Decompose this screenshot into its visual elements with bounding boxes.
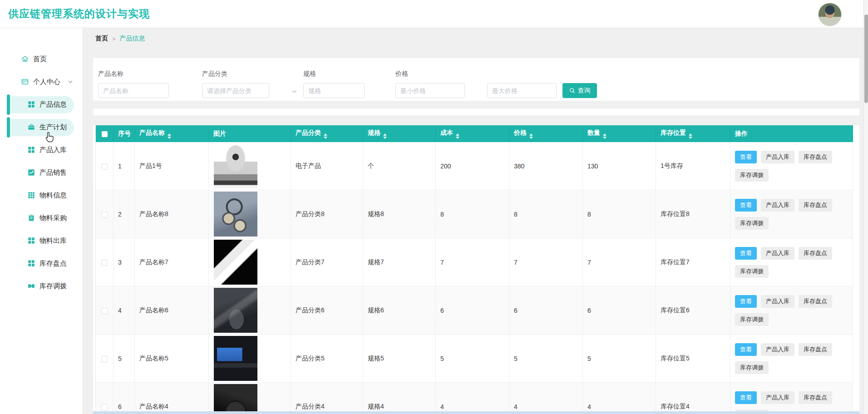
user-avatar[interactable] [818, 3, 842, 26]
row-checkbox[interactable] [101, 260, 108, 266]
sidebar-item-product-inbound[interactable]: 产品入库 [0, 141, 83, 159]
sidebar-item-home[interactable]: 首页 [0, 50, 83, 68]
product-inbound-button[interactable]: 产品入库 [761, 151, 794, 163]
product-inbound-button[interactable]: 产品入库 [761, 343, 794, 356]
inventory-check-button[interactable]: 库存盘点 [799, 247, 832, 260]
row-checkbox[interactable] [101, 163, 108, 170]
view-button[interactable]: 查看 [735, 391, 757, 404]
cell-cost: 4 [436, 383, 509, 414]
vertical-scrollbar-thumb[interactable] [864, 15, 868, 103]
cell-no: 2 [113, 190, 135, 238]
grid9-icon [27, 191, 35, 199]
product-inbound-button[interactable]: 产品入库 [761, 199, 794, 212]
sidebar-item-label: 产品入库 [39, 146, 67, 154]
row-checkbox[interactable] [101, 308, 108, 314]
sort-icons[interactable] [529, 133, 533, 139]
sort-icons[interactable] [603, 133, 607, 139]
sidebar-item-label: 产品销售 [39, 168, 67, 177]
product-image[interactable] [214, 336, 257, 381]
sort-icons[interactable] [689, 133, 692, 139]
sidebar-item-material-outbound[interactable]: 物料出库 [0, 232, 83, 250]
sidebar-item-material-purchase[interactable]: 物料采购 [0, 209, 83, 227]
vertical-scrollbar-track[interactable] [863, 0, 868, 414]
inventory-transfer-button[interactable]: 库存调拨 [735, 265, 769, 278]
min-price-input[interactable] [395, 83, 465, 98]
horizontal-scrollbar[interactable] [93, 411, 859, 414]
cell-category: 产品分类6 [291, 286, 363, 335]
cell-price: 380 [509, 142, 583, 190]
view-button[interactable]: 查看 [735, 151, 757, 163]
breadcrumb-current: 产品信息 [120, 34, 145, 43]
search-button-label: 查询 [578, 87, 591, 95]
spec-input[interactable] [303, 83, 365, 98]
breadcrumb-home[interactable]: 首页 [95, 34, 108, 43]
sidebar-item-production-plan[interactable]: 生产计划 [0, 118, 83, 136]
product-image[interactable] [214, 240, 257, 285]
col-header-category[interactable]: 产品分类 [291, 125, 363, 142]
product-inbound-button[interactable]: 产品入库 [761, 295, 794, 308]
col-header-location[interactable]: 库存位置 [656, 125, 730, 142]
cell-product-name: 产品名称8 [135, 190, 209, 238]
briefcase-icon [27, 123, 35, 131]
table-row: 5 产品名称5 产品分类5 规格5 5 5 5 库存位置5 查看 产品入库 库存… [96, 335, 853, 383]
select-all-checkbox[interactable] [102, 131, 108, 137]
row-checkbox[interactable] [101, 212, 108, 218]
inventory-transfer-button[interactable]: 库存调拨 [735, 169, 769, 182]
active-item-bar [7, 117, 10, 138]
inventory-check-button[interactable]: 库存盘点 [799, 151, 832, 163]
filter-label-category: 产品分类 [202, 70, 227, 78]
row-checkbox[interactable] [101, 404, 108, 410]
sidebar-item-material-info[interactable]: 物料信息 [0, 186, 83, 204]
grid-icon [27, 259, 35, 267]
product-image[interactable] [214, 143, 257, 188]
cell-spec: 规格6 [363, 286, 436, 335]
col-header-qty[interactable]: 数量 [583, 125, 656, 142]
sidebar: 首页 个人中心 产品信息 [0, 28, 83, 414]
inventory-check-button[interactable]: 库存盘点 [799, 295, 832, 308]
product-name-input[interactable] [98, 83, 169, 98]
cell-cost: 6 [436, 286, 509, 335]
inventory-transfer-button[interactable]: 库存调拨 [735, 313, 769, 326]
sidebar-item-product-info[interactable]: 产品信息 [0, 95, 83, 113]
inventory-check-button[interactable]: 库存盘点 [799, 199, 832, 212]
col-header-spec[interactable]: 规格 [363, 125, 436, 142]
col-header-price[interactable]: 价格 [509, 125, 583, 142]
product-image[interactable] [214, 384, 257, 414]
inventory-transfer-button[interactable]: 库存调拨 [735, 217, 769, 230]
max-price-input[interactable] [487, 83, 557, 98]
product-image[interactable] [214, 288, 257, 333]
sidebar-item-inventory-check[interactable]: 库存盘点 [0, 254, 83, 272]
sidebar-item-inventory-transfer[interactable]: 库存调拨 [0, 277, 83, 295]
product-table: 序号 产品名称 图片 产品分类 规格 成本 价格 数量 库存位置 操作 [95, 125, 853, 414]
cell-spec: 规格7 [363, 238, 436, 286]
search-button[interactable]: 查询 [562, 83, 597, 98]
view-button[interactable]: 查看 [735, 199, 757, 212]
product-inbound-button[interactable]: 产品入库 [761, 391, 794, 404]
view-button[interactable]: 查看 [735, 343, 757, 356]
inventory-check-button[interactable]: 库存盘点 [799, 343, 832, 356]
select-chevron-icon[interactable] [291, 88, 297, 96]
col-header-name[interactable]: 产品名称 [135, 125, 209, 142]
sort-icons[interactable] [168, 133, 171, 139]
sort-icons[interactable] [324, 133, 327, 139]
product-image[interactable] [214, 192, 257, 237]
top-header: 供应链管理系统的设计与实现 [0, 0, 868, 28]
sidebar-item-product-sales[interactable]: 产品销售 [0, 163, 83, 182]
view-button[interactable]: 查看 [735, 295, 757, 308]
view-button[interactable]: 查看 [735, 247, 757, 260]
cell-product-name: 产品名称4 [135, 383, 209, 414]
inventory-check-button[interactable]: 库存盘点 [799, 391, 832, 404]
product-inbound-button[interactable]: 产品入库 [761, 247, 794, 260]
cell-qty: 4 [583, 383, 656, 414]
row-checkbox[interactable] [101, 356, 108, 362]
inventory-transfer-button[interactable]: 库存调拨 [735, 361, 769, 374]
sidebar-item-personal-center[interactable]: 个人中心 [0, 73, 83, 91]
breadcrumb: 首页 > 产品信息 [95, 34, 145, 43]
col-header-cost[interactable]: 成本 [436, 125, 509, 142]
cell-qty: 5 [583, 335, 656, 383]
sort-icons[interactable] [456, 133, 459, 139]
sort-icons[interactable] [383, 133, 387, 139]
category-select[interactable] [202, 83, 269, 98]
cell-location: 库存位置4 [656, 383, 730, 414]
table-header-row: 序号 产品名称 图片 产品分类 规格 成本 价格 数量 库存位置 操作 [96, 125, 853, 142]
